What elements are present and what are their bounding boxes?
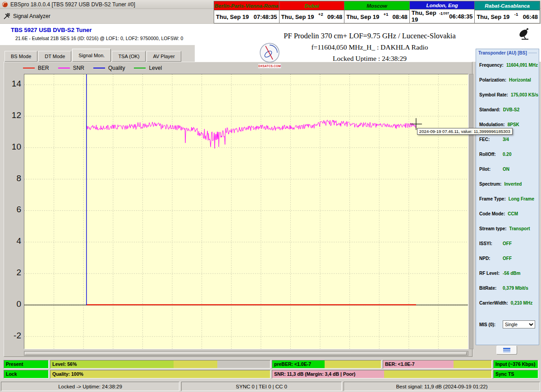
field-value: 8PSK [508,122,519,127]
field-value: 11604,091 MHz [506,63,538,68]
legend-swatch-quality [93,68,105,68]
clock-time: 08:48 [393,14,408,20]
clock-berlin-paris-vienna-roma: Berlin-Paris-Vienna-RomaThu, Sep 1907:48… [214,1,280,23]
frequency-info: f=11604,050 MHz_H_ : DAKHLA Radio [250,43,489,51]
legend-label: Quality [108,65,125,71]
tab-tsa-ok[interactable]: TSA (OK) [112,51,146,62]
clock-date: Thu, Sep 19 [216,14,249,20]
snr-bar: SNR: 11,3 dB (Margin: 3,4 dB | Poor) [272,370,492,378]
legend-label: BER [38,65,49,71]
signal-plot[interactable] [24,74,468,349]
tab-dt-mode[interactable]: DT Mode [38,51,71,62]
export-icon [503,347,511,353]
sync-ts-indicator-label: Sync TS [495,370,514,378]
clock-city-label: Berlin-Paris-Vienna-Roma [214,1,279,10]
y-axis-label: 4 [4,236,21,246]
export-button[interactable] [496,346,517,355]
dxsatcs-logo: DXSATCS.COM [258,42,281,68]
tab-bs-mode[interactable]: BS Mode [5,51,37,62]
satellite-dish-icon [518,27,533,42]
field-value: Transport [509,226,530,231]
signal-analyzer-icon [4,13,10,19]
ber-bar: BER: <1.0E-7 [383,360,492,369]
tab-av-player[interactable]: AV Player [147,51,181,62]
clock-time: 09:48 [327,14,342,20]
clock-time-row: Thu, Sep 19+209:48 [280,10,344,23]
legend-level[interactable]: Level [134,65,162,71]
field-label: BitRate: [479,286,500,291]
clock-time-row: Thu, Sep 19+108:48 [344,10,409,23]
field-label: Frequency: [479,63,504,68]
present-indicator-label: Present [6,360,23,368]
transponder-field-issyi: ISSYI:OFF [476,241,539,256]
field-label: Pilot: [479,167,500,172]
y-axis-label: -2 [4,331,21,341]
clock-city-label: Rabat-Casablanca [475,1,540,10]
mis-label: MIS (0): [479,322,500,327]
tab-signal-mon[interactable]: Signal Mon. [72,49,111,62]
mis-select[interactable]: Single [503,320,535,328]
y-axis-label: 6 [4,205,21,214]
field-value: Horizontal [509,77,531,82]
transponder-title: Transponder (AU) [BS] [478,50,527,55]
clock-time: 07:48:35 [254,14,277,20]
clock-utc-offset: -1 [514,12,518,17]
clock-moscow: MoscowThu, Sep 19+108:48 [344,1,410,23]
clock-utc-offset: +1 [383,12,388,17]
transponder-field-spectrum: Spectrum:Inverted [476,182,539,196]
field-value: 0,210 MHz [511,301,532,305]
chart-v-scrollbar[interactable] [469,74,473,349]
chart-tooltip: 2024-09-19 07.46.11, value: 11,399999618… [417,128,513,135]
clock-city-label: Moscow [344,1,409,10]
field-value: OFF [503,241,512,246]
clock-utc-offset: +2 [318,12,323,17]
menu-item-signal-analyzer[interactable]: Signal Analyzer [13,13,50,19]
statusbar-sync-counters: SYNC 0 | TEI 0 | CC 0 [181,382,342,391]
field-label: Spectrum: [479,182,501,187]
transponder-field-stream-type: Stream type:Transport [476,226,539,241]
tuner-details: 21.6E - Eutelsat 21B SES 16 (ID: 0216) @… [15,36,183,41]
ber-bar-label: BER: <1.0E-7 [385,360,415,368]
transponder-field-frequency: Frequency:11604,091 MHz [476,63,539,77]
legend-ber[interactable]: BER [23,65,49,71]
sync-ts-indicator: Sync TS [493,370,538,378]
legend-swatch-snr [58,68,70,68]
quality-bar: Quality: 100% [50,370,270,378]
field-label: Frame Type: [479,196,506,201]
clock-date: Thu, Sep 19 [346,14,379,20]
clock-dubai: DubaiThu, Sep 19+209:48 [280,1,345,23]
legend-label: SNR [73,65,84,71]
chart-h-scrollbar[interactable] [24,351,468,356]
clock-city-label: London, Eng [410,1,475,9]
legend-snr[interactable]: SNR [58,65,84,71]
field-value: CCM [508,211,518,216]
field-value: ON [503,167,509,172]
y-axis-label: 12 [4,110,21,120]
y-axis-label: 14 [4,79,21,89]
preber-bar: preBER: <1.0E-7 [272,360,381,369]
clock-date: Thu, Sep 19 [412,9,439,23]
clock-city-label: Dubai [280,1,344,10]
app-window: EBSpro 18.0.0.4 [TBS 5927 USB DVB-S2 Tun… [0,0,541,392]
transponder-field-carrierwidth: CarrierWidth:0,210 MHz [476,301,539,315]
y-axis-label: 2 [4,268,21,278]
clock-date: Thu, Sep 19 [477,14,509,20]
transponder-field-bitrate: BitRate:0,379 Mbit/s [476,286,539,301]
legend-quality[interactable]: Quality [93,65,125,71]
y-axis-label: 8 [4,173,21,183]
field-value: Inverted [504,182,522,187]
field-value: 0,379 Mbit/s [503,286,528,291]
field-value: -56 dBm [503,271,520,276]
y-axis-label: 0 [4,299,21,309]
transponder-field-fec: FEC:3/4 [476,137,539,152]
lock-indicator-label: Lock [6,370,17,378]
level-bar: Level: 56% [50,360,270,369]
transponder-field-frame-type: Frame Type:Long Frame [476,196,539,211]
y-axis-label: 10 [4,142,21,152]
transponder-title-rule [528,53,537,53]
field-value: Long Frame [509,196,534,201]
clock-utc-offset: -1DST [439,11,449,16]
chart-h-scrollbar-thumb[interactable] [25,352,467,355]
transponder-panel: Transponder (AU) [BS] Frequency:11604,09… [476,49,539,345]
menu-bar: Signal Analyzer [0,9,214,23]
